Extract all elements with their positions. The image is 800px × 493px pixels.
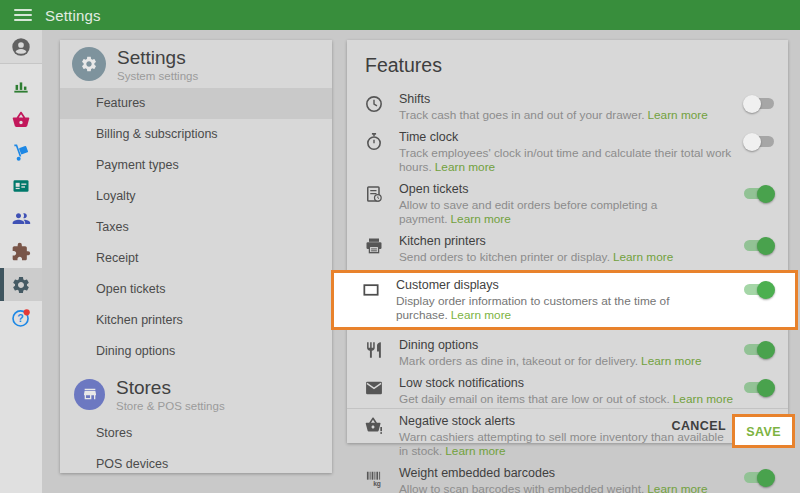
sidebar-item-billing[interactable]: Billing & subscriptions [60,119,332,150]
feature-description: Mark orders as dine in, takeout or for d… [399,354,734,368]
store-icon [82,386,98,402]
toggle-weight-barcodes[interactable] [744,472,774,483]
sidebar-section-settings-header: Settings System settings [60,40,332,88]
gear-icon [11,275,31,295]
features-heading: Features [347,40,788,77]
stopwatch-icon [363,132,385,152]
stores-section-icon [74,379,105,410]
learn-more-link[interactable]: Learn more [647,108,707,122]
sidebar-item-pos-devices[interactable]: POS devices [60,449,332,480]
hand-truck-icon [11,143,31,163]
sidebar-item-taxes[interactable]: Taxes [60,212,332,243]
rail-item-reports[interactable] [0,70,42,103]
sidebar-item-kitchen-printers[interactable]: Kitchen printers [60,305,332,336]
feature-description: Allow to scan barcodes with embedded wei… [399,482,734,493]
sidebar-item-payment-types[interactable]: Payment types [60,150,332,181]
help-icon: ? [10,307,32,329]
sidebar-section-subtitle: System settings [117,70,198,82]
dining-icon [363,340,385,360]
bar-chart-icon [11,77,31,97]
feature-row-low-stock: Low stock notifications Get daily email … [347,372,788,410]
rail-item-account[interactable] [0,30,42,64]
badge-icon [11,176,31,196]
left-icon-rail: ? [0,30,42,493]
learn-more-link[interactable]: Learn more [435,160,495,174]
feature-row-time-clock: Time clock Track employees' clock in/out… [347,126,788,178]
toggle-dining-options[interactable] [744,344,774,355]
feature-description: Allow to save and edit orders before com… [399,198,734,226]
feature-row-customer-displays: Customer displays Display order informat… [331,270,798,330]
hamburger-menu-icon[interactable] [14,9,32,22]
sidebar-item-dining-options[interactable]: Dining options [60,336,332,367]
learn-more-link[interactable]: Learn more [613,250,673,264]
learn-more-link[interactable]: Learn more [641,354,701,368]
sidebar-item-receipt[interactable]: Receipt [60,243,332,274]
sidebar-item-features[interactable]: Features [60,88,332,119]
feature-title: Low stock notifications [399,376,734,391]
toggle-customer-displays[interactable] [744,284,774,295]
feature-title: Shifts [399,92,734,107]
toggle-open-tickets[interactable] [744,188,774,199]
learn-more-link[interactable]: Learn more [647,482,707,493]
settings-sidebar: Settings System settings Features Billin… [60,40,332,473]
gear-icon [80,55,98,73]
learn-more-link[interactable]: Learn more [673,392,733,406]
people-icon [11,209,31,229]
feature-description: Track employees' clock in/out time and c… [399,146,734,174]
feature-row-dining-options: Dining options Mark orders as dine in, t… [347,334,788,372]
rail-item-inventory[interactable] [0,136,42,169]
rail-item-employees[interactable] [0,169,42,202]
feature-title: Kitchen printers [399,234,734,249]
top-app-bar: Settings [0,0,800,30]
rail-item-settings[interactable] [0,268,42,301]
learn-more-link[interactable]: Learn more [445,444,505,458]
settings-section-icon [72,47,106,81]
save-button-highlight[interactable]: SAVE [732,414,795,448]
rail-item-help[interactable]: ? [0,301,42,334]
feature-description: Send orders to kitchen printer or displa… [399,250,734,264]
rail-item-items[interactable] [0,103,42,136]
open-tickets-icon [363,184,385,204]
toggle-kitchen-printers[interactable] [744,240,774,251]
feature-row-open-tickets: Open tickets Allow to save and edit orde… [347,178,788,230]
toggle-shifts[interactable] [744,98,774,109]
printer-icon [363,236,385,256]
page-title: Settings [45,7,101,24]
sidebar-item-stores[interactable]: Stores [60,418,332,449]
barcode-kg-icon: kg [363,468,385,488]
svg-text:kg: kg [373,480,381,488]
features-panel: Features Shifts Track cash that goes in … [347,40,788,443]
feature-description: Get daily email on items that are low or… [399,392,734,406]
toggle-low-stock[interactable] [744,382,774,393]
learn-more-link[interactable]: Learn more [451,308,511,322]
rail-item-integrations[interactable] [0,235,42,268]
save-button[interactable]: SAVE [746,425,781,439]
feature-title: Weight embedded barcodes [399,466,734,481]
svg-text:?: ? [17,312,23,324]
feature-title: Customer displays [396,278,734,293]
sidebar-section-stores-header: Stores Store & POS settings [60,370,332,418]
feature-title: Dining options [399,338,734,353]
clock-icon [363,94,385,114]
sidebar-item-open-tickets[interactable]: Open tickets [60,274,332,305]
display-icon [360,280,382,300]
envelope-icon [363,378,385,398]
basket-icon [11,110,31,130]
feature-row-weight-barcodes: kg Weight embedded barcodes Allow to sca… [347,462,788,493]
sidebar-section-title: Settings [117,47,198,69]
feature-description: Display order information to customers a… [396,294,734,322]
notification-dot [24,309,30,315]
toggle-time-clock[interactable] [744,136,774,147]
sidebar-item-loyalty[interactable]: Loyalty [60,181,332,212]
feature-row-kitchen-printers: Kitchen printers Send orders to kitchen … [347,230,788,268]
sidebar-section-title: Stores [116,377,225,399]
rail-item-customers[interactable] [0,202,42,235]
app-window: Settings [0,0,800,493]
account-circle-icon [10,36,32,58]
learn-more-link[interactable]: Learn more [451,212,511,226]
puzzle-icon [11,242,31,262]
feature-row-shifts: Shifts Track cash that goes in and out o… [347,88,788,126]
cancel-button[interactable]: CANCEL [672,419,726,433]
feature-title: Time clock [399,130,734,145]
sidebar-section-subtitle: Store & POS settings [116,400,225,412]
